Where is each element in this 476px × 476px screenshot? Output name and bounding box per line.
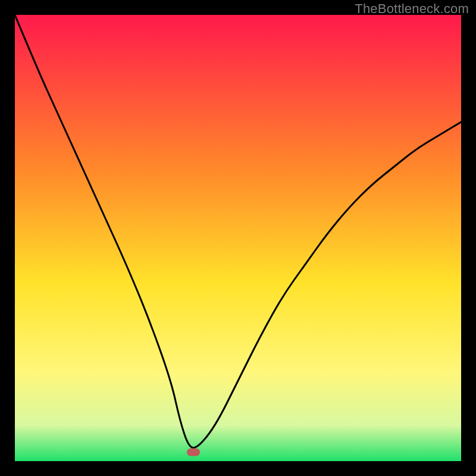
watermark-text: TheBottleneck.com <box>355 1 469 17</box>
chart-svg <box>15 15 461 461</box>
plot-area <box>15 15 461 461</box>
chart-frame: TheBottleneck.com <box>0 0 476 476</box>
gradient-background <box>15 15 461 461</box>
optimal-marker <box>187 449 200 456</box>
